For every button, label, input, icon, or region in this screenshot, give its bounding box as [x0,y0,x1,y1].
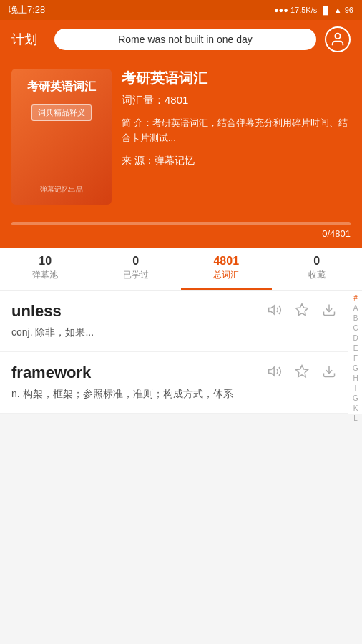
tab-total[interactable]: 4801 总词汇 [181,248,272,290]
book-cover-brand: 弹幕记忆出品 [40,177,83,195]
svg-point-0 [335,34,340,39]
alphabet-sidebar: # A B C D E F G H I G K L [349,291,362,414]
word-item: framework [0,352,348,414]
word-text: unless [11,302,62,321]
word-list: unless [0,291,362,414]
header: 计划 Rome was not built in one day [0,20,362,59]
word-definition: n. 构架，框架；参照标准，准则；构成方式，体系 [11,386,336,401]
tab-danmu-label: 弹幕池 [3,269,88,281]
speaker-icon[interactable] [268,303,282,321]
status-time: 晚上7:28 [9,4,45,16]
star-icon[interactable] [295,364,309,382]
tab-total-number: 4801 [184,255,269,268]
header-title: 计划 [11,31,46,48]
word-row: unless [11,302,336,321]
alpha-B[interactable]: B [349,313,362,323]
speaker-icon[interactable] [268,364,282,382]
book-source: 来 源：弹幕记忆 [122,155,351,167]
word-text: framework [11,364,91,382]
search-text: Rome was not built in one day [118,34,253,45]
book-description: 简 介：考研英语词汇，结合弹幕充分利用碎片时间、结合卡片测试... [122,116,351,146]
alpha-H[interactable]: H [349,374,362,384]
signal-icon: ▐▌ [320,6,331,14]
alpha-I[interactable]: I [349,384,362,394]
download-icon[interactable] [322,364,336,382]
svg-marker-4 [269,367,275,376]
tab-favorites-label: 收藏 [275,269,360,281]
avatar[interactable] [325,26,351,52]
wifi-icon: ▲ [334,6,342,14]
book-cover-badge: 词典精品释义 [31,104,92,121]
svg-marker-2 [296,303,308,315]
tab-total-label: 总词汇 [184,269,269,281]
network-status: ●●● 17.5K/s [274,6,317,14]
svg-marker-5 [296,365,308,376]
progress-text: 0/4801 [11,228,351,239]
book-name: 考研英语词汇 [122,69,351,88]
tab-favorites[interactable]: 0 收藏 [272,248,363,290]
status-icons: ●●● 17.5K/s ▐▌ ▲ 96 [274,6,353,14]
book-cover-title: 考研英语词汇 [27,79,96,94]
word-item: unless [0,291,348,352]
alpha-hash[interactable]: # [349,293,362,303]
progress-section: 0/4801 [0,216,362,248]
alpha-E[interactable]: E [349,343,362,353]
battery-icon: 96 [345,6,353,14]
tab-learned[interactable]: 0 已学过 [91,248,182,290]
book-section: 考研英语词汇 词典精品释义 弹幕记忆出品 考研英语词汇 词汇量：4801 简 介… [0,59,362,216]
tab-learned-number: 0 [94,255,179,268]
word-definition: conj. 除非，如果... [11,325,336,340]
tab-danmu[interactable]: 10 弹幕池 [0,248,91,290]
alpha-G2[interactable]: G [349,394,362,404]
book-desc-label: 简 介： [122,117,152,128]
svg-marker-1 [269,306,275,314]
tab-favorites-number: 0 [275,255,360,268]
book-desc-text: 考研英语词汇，结合弹幕充分利用碎片时间、结合卡片测试... [122,117,348,143]
tab-danmu-number: 10 [3,255,88,268]
book-cover[interactable]: 考研英语词汇 词典精品释义 弹幕记忆出品 [11,69,112,205]
content-area: unless [0,291,362,414]
book-card: 考研英语词汇 词典精品释义 弹幕记忆出品 考研英语词汇 词汇量：4801 简 介… [11,69,351,205]
alpha-G[interactable]: G [349,364,362,374]
book-info: 考研英语词汇 词汇量：4801 简 介：考研英语词汇，结合弹幕充分利用碎片时间、… [122,69,351,167]
word-tabs: 10 弹幕池 0 已学过 4801 总词汇 0 收藏 [0,248,362,291]
progress-bar-background [11,222,351,225]
alpha-K[interactable]: K [349,404,362,414]
download-icon[interactable] [322,303,336,321]
word-actions [268,303,336,321]
alpha-D[interactable]: D [349,333,362,343]
word-actions [268,364,336,382]
alpha-F[interactable]: F [349,353,362,364]
book-word-count: 词汇量：4801 [122,94,351,107]
star-icon[interactable] [295,303,309,321]
status-bar: 晚上7:28 ●●● 17.5K/s ▐▌ ▲ 96 [0,0,362,20]
word-row: framework [11,364,336,382]
alpha-C[interactable]: C [349,323,362,333]
tab-learned-label: 已学过 [94,269,179,281]
search-bar[interactable]: Rome was not built in one day [54,29,316,50]
alpha-L[interactable]: L [349,414,362,424]
alpha-A[interactable]: A [349,303,362,313]
